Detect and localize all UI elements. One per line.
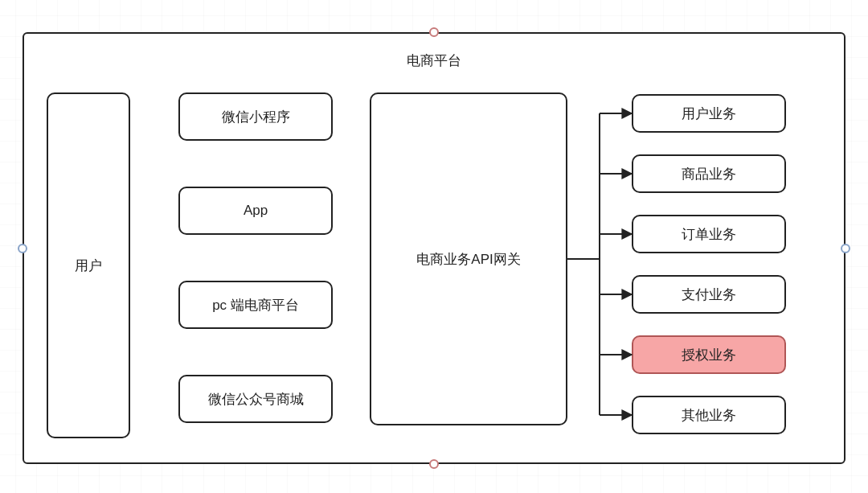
client-block[interactable]: pc 端电商平台: [178, 281, 333, 329]
client-block[interactable]: 微信小程序: [178, 92, 333, 141]
service-block[interactable]: 订单业务: [632, 215, 786, 253]
service-label: 支付业务: [682, 286, 736, 304]
gateway-label: 电商业务API网关: [416, 250, 520, 269]
service-block[interactable]: 商品业务: [632, 154, 786, 193]
service-label: 订单业务: [682, 225, 736, 244]
service-label: 商品业务: [682, 165, 736, 183]
client-label: App: [244, 203, 268, 219]
diagram-canvas: 电商平台 用户 微信小程序Apppc 端电商平台微信公众号商城 电商业务API网…: [0, 0, 868, 493]
container-title: 电商平台: [407, 51, 461, 70]
client-label: 微信小程序: [222, 108, 290, 126]
client-block[interactable]: App: [178, 187, 333, 235]
service-block[interactable]: 其他业务: [632, 396, 786, 434]
service-label: 用户业务: [682, 105, 736, 123]
service-block[interactable]: 用户业务: [632, 94, 786, 133]
client-label: 微信公众号商城: [208, 390, 304, 409]
client-label: pc 端电商平台: [212, 296, 299, 314]
service-block-highlight[interactable]: 授权业务: [632, 335, 786, 374]
service-block[interactable]: 支付业务: [632, 275, 786, 314]
client-block[interactable]: 微信公众号商城: [178, 375, 333, 423]
service-label: 授权业务: [682, 346, 736, 364]
user-block[interactable]: 用户: [47, 92, 130, 438]
user-label: 用户: [75, 257, 102, 275]
service-label: 其他业务: [682, 406, 736, 425]
api-gateway-block[interactable]: 电商业务API网关: [370, 92, 567, 425]
